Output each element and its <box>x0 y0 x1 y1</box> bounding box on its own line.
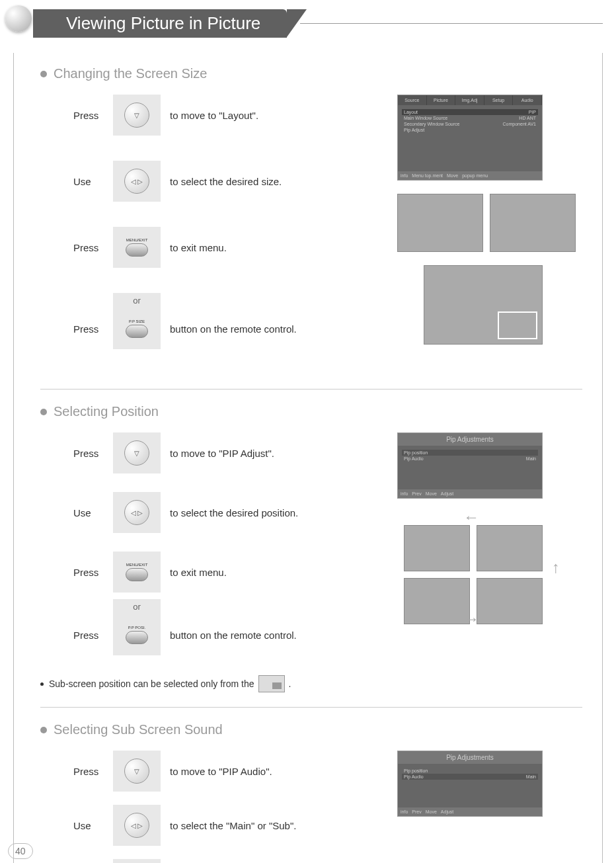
arrow-up-icon: ↑ <box>552 558 560 577</box>
menu-tab: Img.Adj <box>455 95 484 105</box>
footer-item: popup menu <box>462 173 488 178</box>
bullet-icon <box>40 71 47 77</box>
left-right-nav-button-icon: ◁ ▷ <box>113 805 161 846</box>
step-desc: to move to "Layout". <box>170 110 258 121</box>
section-changing-size: Changing the Screen Size Press ▽ to move… <box>40 66 582 374</box>
menu-exit-button-icon: MENU/EXIT <box>113 552 161 593</box>
step-action: Use <box>73 820 113 831</box>
footer-item: info <box>401 809 408 814</box>
step-desc: button on the remote control. <box>170 323 297 335</box>
button-label: P.P POSI. <box>128 626 145 630</box>
step-row: Press ▽ to move to "Layout". <box>73 95 397 136</box>
menu-row-label: Pip Audio <box>404 774 424 779</box>
title-rule <box>300 23 603 24</box>
step-desc: button on the remote control. <box>170 630 297 641</box>
pip-size-button-icon: P.P SIZE <box>113 308 161 349</box>
size-example-split <box>397 194 582 252</box>
step-action: Press <box>73 448 113 459</box>
step-action: Press <box>73 567 113 578</box>
section-sub-sound: Selecting Sub Screen Sound Press ▽ to mo… <box>40 722 582 863</box>
menu-tab: Picture <box>427 95 456 105</box>
step-row: Press P.P POSI. button on the remote con… <box>73 614 397 655</box>
section-title-text: Changing the Screen Size <box>54 66 207 81</box>
title-bar: Viewing Picture in Picture <box>13 7 603 40</box>
footer-item: Move <box>447 173 458 178</box>
menu-row-value: PIP <box>529 110 536 114</box>
button-label: P.P SIZE <box>129 319 145 323</box>
section-selecting-position: Selecting Position Press ▽ to move to "P… <box>40 404 582 692</box>
step-row: Press MENU/EXIT to exit menu. <box>73 552 397 593</box>
menu-row-label: Pip Audio <box>404 456 424 461</box>
page-number: 40 <box>8 843 33 859</box>
arrow-left-icon: ← <box>463 508 479 526</box>
footer-item: Move <box>426 491 437 496</box>
section-title: Changing the Screen Size <box>40 66 582 81</box>
title-decor-circle <box>5 5 32 32</box>
step-row: Press ▽ to move to "PIP Adjust". <box>73 432 397 473</box>
section-title-text: Selecting Position <box>54 404 159 419</box>
menu-row-label: Main Window Source <box>404 116 447 120</box>
content-frame: Changing the Screen Size Press ▽ to move… <box>13 53 603 863</box>
menu-row-label: Pip Adjust <box>404 128 424 132</box>
step-action: Press <box>73 323 113 335</box>
footer-item: Prev <box>412 809 421 814</box>
pip-adjust-screenshot: Pip Adjustments Pip position Pip Audio M… <box>397 432 543 499</box>
divider <box>40 707 582 708</box>
menu-tab: Audio <box>513 95 542 105</box>
position-diagram: ← ↑ → <box>397 512 556 624</box>
note-end: . <box>289 678 291 689</box>
step-action: Use <box>73 176 113 187</box>
pip-layout-icon <box>258 675 285 692</box>
section-title: Selecting Position <box>40 404 582 419</box>
step-row: Use ◁ ▷ to select the desired size. <box>73 161 397 202</box>
menu-exit-button-icon: MENU/EXIT <box>113 227 161 268</box>
screenshot-title: Pip Adjustments <box>398 751 542 764</box>
menu-tab: Setup <box>484 95 514 105</box>
menu-exit-button-icon: MENU/EXIT <box>113 859 161 863</box>
bullet-icon <box>40 682 44 686</box>
step-action: Press <box>73 766 113 777</box>
note-text: Sub-screen position can be selected only… <box>49 678 254 689</box>
position-note: Sub-screen position can be selected only… <box>40 675 397 692</box>
or-text: or <box>113 293 161 308</box>
arrow-right-icon: → <box>463 610 479 628</box>
step-row: Use ◁ ▷ to select the desired position. <box>73 492 397 533</box>
down-nav-button-icon: ▽ <box>113 95 161 136</box>
bullet-icon <box>40 409 47 415</box>
step-desc: to move to "PIP Audio". <box>170 766 272 777</box>
pip-posi-button-icon: P.P POSI. <box>113 614 161 655</box>
or-text: or <box>113 599 161 614</box>
page-title: Viewing Picture in Picture <box>33 9 287 38</box>
footer-item: info <box>401 173 408 178</box>
menu-screenshot: Source Picture Img.Adj Setup Audio Layou… <box>397 95 543 181</box>
pip-audio-screenshot: Pip Adjustments Pip position Pip Audio M… <box>397 751 543 817</box>
bullet-icon <box>40 727 47 733</box>
footer-item: info <box>401 491 408 496</box>
button-label: MENU/EXIT <box>126 563 148 567</box>
step-row: Press ▽ to move to "PIP Audio". <box>73 751 397 792</box>
step-action: Press <box>73 242 113 253</box>
section-title: Selecting Sub Screen Sound <box>40 722 582 737</box>
step-action: Use <box>73 507 113 518</box>
down-nav-button-icon: ▽ <box>113 751 161 792</box>
step-desc: to exit menu. <box>170 242 227 253</box>
step-row: Press MENU/EXIT to exit menu. <box>73 859 397 863</box>
menu-tab: Source <box>398 95 427 105</box>
footer-item: Adjust <box>441 809 453 814</box>
step-action: Press <box>73 110 113 121</box>
size-example-pip <box>424 265 543 345</box>
step-action: Press <box>73 630 113 641</box>
footer-item: Adjust <box>441 491 453 496</box>
step-desc: to exit menu. <box>170 567 227 578</box>
button-label: MENU/EXIT <box>126 238 148 242</box>
step-desc: to move to "PIP Adjust". <box>170 448 274 459</box>
footer-item: Prev <box>412 491 421 496</box>
step-row: Use ◁ ▷ to select the "Main" or "Sub". <box>73 805 397 846</box>
down-nav-button-icon: ▽ <box>113 432 161 473</box>
menu-row-label: Secondary Window Source <box>404 122 459 126</box>
left-right-nav-button-icon: ◁ ▷ <box>113 161 161 202</box>
screenshot-title: Pip Adjustments <box>398 433 542 446</box>
step-desc: to select the desired size. <box>170 176 282 187</box>
step-desc: to select the desired position. <box>170 507 298 518</box>
menu-row-label: Layout <box>404 110 418 114</box>
